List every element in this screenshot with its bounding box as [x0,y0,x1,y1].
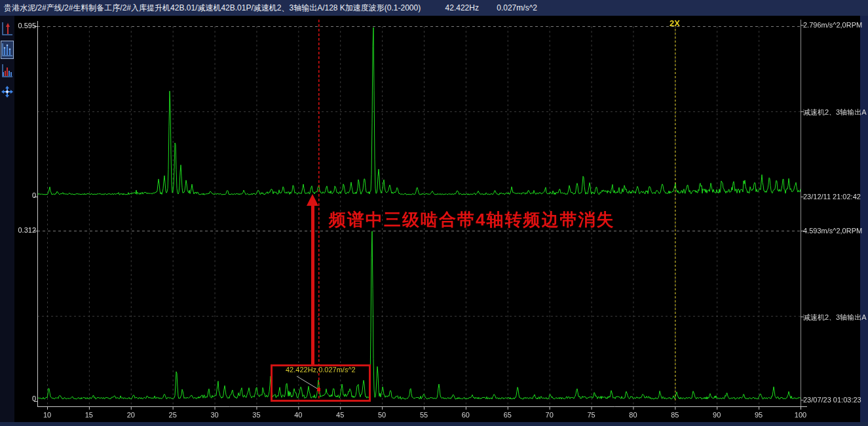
tool-sidebar [0,16,14,422]
annotation-note[interactable]: 频谱中三级啮合带4轴转频边带消失 [329,208,614,231]
x-tick-label: 50 [378,411,386,419]
harmonic-cursor-spectrum-tool[interactable] [1,41,14,59]
x-tick-label: 55 [420,411,428,419]
x-tick-label: 65 [504,411,512,419]
y-axis-zero-label-top: 0 [12,191,36,199]
pan-move-icon [1,85,14,98]
channel-label-top: 减速机2、3轴输出A [803,107,867,117]
harmonic-cursor-label[interactable]: 2X [666,18,684,28]
x-tick-label: 90 [713,411,721,419]
y-axis-max-label-top: 0.595 [12,22,36,29]
x-tick-label: 25 [169,411,177,419]
y-axis-zero-label-bottom: 0 [12,395,36,402]
title-bar: 贵港水泥/2#产线/2#生料制备工序/2#入库提升机42B.01/减速机42B.… [0,0,868,16]
y-axis-max-label-bottom: 0.312 [12,226,36,234]
x-tick-label: 20 [127,411,135,419]
app-window: 贵港水泥/2#产线/2#生料制备工序/2#入库提升机42B.01/减速机42B.… [0,0,868,426]
x-tick-label: 15 [85,411,93,419]
sideband-cursor-spectrum-tool[interactable] [1,62,14,80]
single-cursor-spectrum-tool[interactable] [1,20,14,38]
arrow-head [307,194,318,206]
sideband-cursor-spectrum-icon [1,63,13,79]
pan-move-tool[interactable] [1,83,14,101]
x-tick-label: 10 [43,411,51,419]
x-tick-label: 45 [336,411,344,419]
cursor-amplitude-readout: 0.027m/s^2 [497,3,537,12]
single-cursor-spectrum-icon [1,21,13,37]
x-tick-label: 75 [587,411,595,419]
timestamp-label-bottom: 23/07/23 01:03:23 [803,396,861,404]
scale-label-bottom: 4.593m/s^2,0RPM [803,227,862,235]
x-tick-label: 85 [671,411,679,419]
breadcrumb-path: 贵港水泥/2#产线/2#生料制备工序/2#入库提升机42B.01/减速机42B.… [4,3,421,12]
arrow-shaft [311,205,314,364]
x-tick-label: 60 [462,411,470,419]
cursor-frequency-readout: 42.422Hz [445,3,479,12]
x-tick-label: 70 [546,411,554,419]
marker-value-label: 42.422Hz,0.027m/s^2 [286,366,356,374]
timestamp-label-top: 23/12/11 21:02:42 [803,193,861,201]
x-tick-label: 80 [629,411,637,419]
scale-label-top: 2.796m/s^2,0RPM [803,21,862,29]
x-tick-label: 100 [795,411,806,419]
x-tick-label: 40 [294,411,302,419]
x-tick-label: 35 [252,411,260,419]
x-tick-label: 30 [210,411,218,419]
x-tick-label: 95 [755,411,763,419]
harmonic-cursor-spectrum-icon [1,42,13,58]
channel-label-bottom: 减速机2、3轴输出A [803,313,867,322]
